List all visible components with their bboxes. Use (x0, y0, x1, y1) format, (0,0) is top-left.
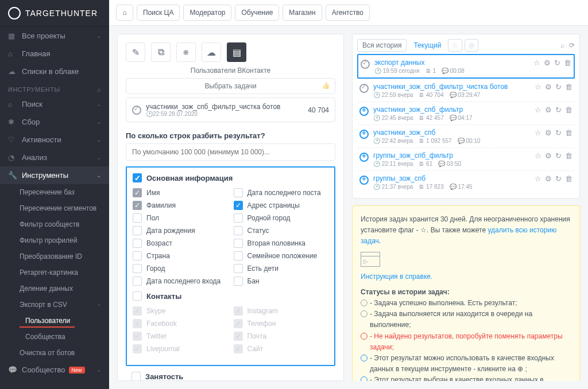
tab-moderator[interactable]: Модератор (183, 5, 231, 21)
opt-marital[interactable]: Семейное положение (234, 251, 329, 260)
tab-shop[interactable]: Магазин (283, 5, 322, 21)
target-filter[interactable]: ◎ (465, 39, 478, 52)
checkbox-group[interactable]: ✓ (133, 173, 142, 182)
opt-site[interactable]: ✓Сайт (234, 344, 329, 353)
sub-intersect-bases[interactable]: Пересечение баз (0, 184, 109, 200)
star-icon[interactable]: ☆ (533, 59, 540, 67)
refresh-icon[interactable]: ↻ (555, 151, 562, 160)
opt-email[interactable]: ✓Почта (234, 332, 329, 341)
opt-name[interactable]: ✓Имя (133, 188, 228, 197)
nav-collect[interactable]: ✱Сбор⌄ (0, 113, 109, 131)
trash-icon[interactable]: 🗑 (565, 151, 572, 160)
refresh-icon[interactable]: ↻ (555, 83, 562, 91)
sub-filter-profiles[interactable]: Фильтр профилей (0, 232, 109, 248)
history-item[interactable]: участники_зож_спб 🕐 22:42 вчера🗎 1 092 5… (357, 125, 575, 147)
sub-bot-clean[interactable]: Очистка от ботов (0, 345, 109, 361)
opt-hometown[interactable]: Родной город (234, 213, 329, 223)
trash-icon[interactable]: 🗑 (564, 59, 571, 67)
settings-icon[interactable]: ⚙ (545, 174, 552, 183)
nav-projects[interactable]: ▦ Все проекты ⌄ (0, 27, 109, 45)
nav-activity[interactable]: ♡Активности⌄ (0, 131, 109, 149)
sub-convert-id[interactable]: Преобразование ID (0, 248, 109, 264)
split-input[interactable] (126, 143, 335, 161)
opt-phone[interactable]: ✓Телефон (234, 319, 329, 328)
sub-filter-groups[interactable]: Фильтр сообществ (0, 216, 109, 232)
opt-country[interactable]: Страна (133, 251, 228, 260)
nav-main[interactable]: ⌂Главная (0, 45, 109, 63)
nav-analysis[interactable]: ◔Анализ⌄ (0, 149, 109, 166)
settings-icon[interactable]: ⚙ (545, 106, 552, 114)
settings-icon[interactable]: ⚙ (544, 59, 551, 67)
tab-learning[interactable]: Обучение (235, 5, 279, 21)
opt-partner[interactable]: Вторая половинка (234, 239, 329, 248)
history-item[interactable]: группы_зож_спб_фильтр 🕐 22:11 вчера🗎 61💬… (357, 147, 575, 170)
search-icon[interactable]: ⌕ (560, 41, 564, 49)
nav-cloud[interactable]: ☁Списки в облаке (0, 63, 109, 80)
checkbox-group[interactable] (133, 291, 142, 301)
book-icon[interactable]: ▤ (227, 42, 246, 62)
opt-instagram[interactable]: ✓Instagram (234, 306, 329, 316)
refresh-icon[interactable]: ⟳ (569, 41, 575, 49)
logo[interactable]: TARGETHUNTER (0, 0, 109, 27)
sub-retarget-pic[interactable]: Ретаргет-картинка (0, 264, 109, 281)
opt-age[interactable]: Возраст (133, 239, 228, 248)
refresh-icon[interactable]: ↻ (554, 59, 560, 67)
history-item[interactable]: группы_зож_спб 🕐 21:37 вчера🗎 17 823💬 17… (357, 170, 575, 193)
tab-search-audience[interactable]: Поиск ЦА (137, 5, 180, 21)
opt-children[interactable]: Есть дети (234, 264, 329, 273)
history-item[interactable]: участники_зож_спб_фильтр 🕐 22:45 вчера🗎 … (357, 102, 575, 125)
tab-current[interactable]: Текущий (409, 40, 446, 51)
opt-city[interactable]: Город (133, 264, 228, 273)
star-filter[interactable]: ☆ (448, 39, 462, 52)
nav-search[interactable]: ⌕Поиск⌄ (0, 95, 109, 113)
history-item[interactable]: экспорт данных 🕐 19:59 сегодня🗎 1💬 00:08… (357, 54, 575, 79)
tab-agency[interactable]: Агентство (326, 5, 370, 21)
source-task[interactable]: участники_зож_спб_фильтр_чистка ботов 🕐2… (126, 98, 335, 122)
opt-lastseen[interactable]: Дата последнего входа (133, 277, 228, 286)
settings-icon[interactable]: ⚙ (545, 129, 552, 137)
opt-facebook[interactable]: ✓Facebook (133, 319, 228, 328)
refresh-icon[interactable]: ↻ (555, 129, 562, 137)
nav-community[interactable]: 💬СообществоNew⌄ (0, 361, 109, 379)
pin-icon[interactable]: ⎈ (176, 42, 196, 62)
trash-icon[interactable]: 🗑 (565, 174, 572, 183)
trash-icon[interactable]: 🗑 (565, 83, 572, 91)
star-icon[interactable]: ☆ (535, 174, 541, 183)
star-icon[interactable]: ☆ (535, 129, 541, 137)
opt-lj[interactable]: ✓Livejournal (133, 344, 228, 353)
copy-icon[interactable]: ⧉ (151, 42, 171, 62)
link-instructions[interactable]: Инструкция в справке. (361, 273, 432, 281)
tab-all-history[interactable]: Вся история (357, 39, 407, 52)
sub-users[interactable]: Пользователи (0, 313, 109, 329)
opt-birthday[interactable]: Дата рождения (133, 226, 228, 235)
trash-icon[interactable]: 🗑 (565, 129, 572, 137)
opt-ban[interactable]: Бан (234, 277, 329, 286)
opt-lastpost[interactable]: Дата последнего поста (234, 188, 329, 197)
home-button[interactable]: ⌂ (116, 5, 133, 21)
history-item[interactable]: участники_зож_спб_фильтр_чистка ботов 🕐 … (357, 79, 575, 102)
opt-status[interactable]: Статус (234, 226, 329, 235)
edit-icon[interactable]: ✎ (126, 42, 145, 62)
refresh-icon[interactable]: ↻ (555, 174, 562, 183)
settings-icon[interactable]: ⚙ (545, 83, 552, 91)
star-icon[interactable]: ☆ (535, 106, 541, 114)
checkbox-group[interactable] (131, 372, 141, 381)
opt-gender[interactable]: Пол (133, 213, 228, 223)
sub-split-data[interactable]: Деление данных (0, 281, 109, 297)
opt-twitter[interactable]: ✓Twitter (133, 332, 228, 341)
settings-icon[interactable]: ⚙ (545, 151, 552, 160)
sub-communities[interactable]: Сообщества (0, 329, 109, 345)
star-icon[interactable]: ☆ (535, 83, 541, 91)
trash-icon[interactable]: 🗑 (565, 106, 572, 114)
opt-skype[interactable]: ✓Skype (133, 306, 228, 316)
cloud-upload-icon[interactable]: ☁ (202, 42, 221, 62)
select-tasks-button[interactable]: Выбрать задачи 👍 (126, 78, 335, 94)
sub-intersect-segments[interactable]: Пересечение сегментов (0, 200, 109, 216)
sub-export-csv[interactable]: Экспорт в CSV⌄ (0, 297, 109, 313)
refresh-icon[interactable]: ↻ (555, 106, 562, 114)
opt-url[interactable]: ✓Адрес страницы (234, 201, 329, 210)
search-icon[interactable]: ⌕ (97, 86, 102, 93)
opt-surname[interactable]: ✓Фамилия (133, 201, 228, 210)
star-icon[interactable]: ☆ (535, 151, 541, 160)
nav-tools[interactable]: 🔧Инструменты⌄ (0, 166, 109, 184)
